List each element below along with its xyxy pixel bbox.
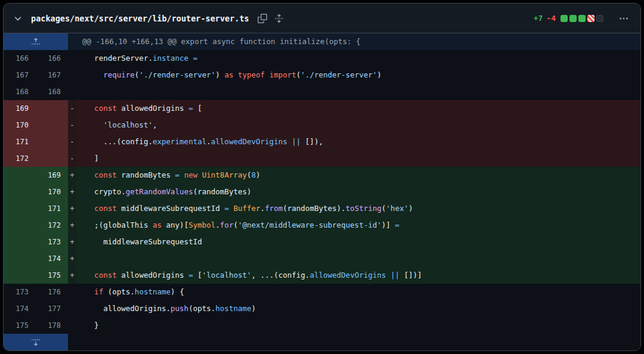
code-token: [386, 271, 391, 280]
diff-row: 174+: [4, 250, 640, 267]
new-line-number[interactable]: [36, 100, 68, 117]
code-token: renderServer.: [76, 54, 153, 63]
code-token: getRandomValues: [126, 187, 193, 196]
code-token: ||: [391, 271, 400, 280]
code-token: [76, 287, 94, 296]
expand-hunk-up-button[interactable]: [4, 33, 68, 50]
code-token: 'localhost': [202, 271, 252, 280]
diff-row: 171- ...(config.experimental.allowedDevO…: [4, 133, 640, 150]
new-line-number[interactable]: 177: [36, 300, 68, 317]
new-line-number[interactable]: 176: [36, 284, 68, 300]
diff-row: 167167 require('./render-server') as typ…: [4, 67, 640, 83]
diffstat-block-added: [578, 15, 586, 22]
new-line-number[interactable]: 170: [36, 184, 68, 200]
new-line-number[interactable]: 174: [36, 250, 68, 267]
file-options-button[interactable]: [615, 10, 632, 27]
code-token: middlewareSubrequestId: [76, 237, 202, 246]
new-line-number[interactable]: [36, 133, 68, 150]
code-token: ]: [76, 154, 99, 163]
code-token: =: [188, 104, 193, 113]
code-token: allowedOrigins: [117, 104, 188, 113]
diff-row: 173176 if (opts.hostname) {: [4, 284, 640, 300]
code-token: [76, 204, 94, 213]
old-line-number[interactable]: [4, 234, 36, 250]
copy-path-button[interactable]: [254, 10, 271, 27]
code-token: (opts.: [188, 304, 215, 313]
code-token: crypto.: [76, 187, 126, 196]
code-token: [])]: [400, 271, 422, 280]
code-line: require('./render-server') as typeof imp…: [76, 67, 640, 83]
old-line-number[interactable]: [4, 184, 36, 200]
code-token: [179, 170, 184, 179]
expand-down-icon: [31, 337, 41, 347]
code-token: ): [215, 70, 224, 79]
code-line: crypto.getRandomValues(randomBytes): [76, 184, 640, 200]
diffstat-block-added: [569, 15, 577, 22]
code-token: as: [153, 221, 162, 229]
new-line-number[interactable]: 167: [36, 67, 68, 83]
old-line-number[interactable]: 173: [4, 284, 36, 300]
file-header-actions: +7 -4: [534, 10, 632, 27]
code-line: renderServer.instance =: [76, 50, 640, 67]
hunk-header-row: @@ -166,10 +166,13 @@ export async funct…: [4, 33, 640, 50]
code-line: 'localhost',: [76, 117, 640, 133]
old-line-number[interactable]: 174: [4, 300, 36, 317]
new-line-number[interactable]: [36, 150, 68, 167]
expand-all-hunks-button[interactable]: [271, 10, 287, 27]
diff-marker: -: [68, 133, 76, 150]
code-line: const randomBytes = new Uint8Array(8): [76, 167, 640, 184]
new-line-number[interactable]: [36, 117, 68, 133]
old-line-number[interactable]: 168: [4, 83, 36, 100]
new-line-number[interactable]: 175: [36, 267, 68, 284]
code-token: from: [265, 204, 283, 213]
old-line-number[interactable]: [4, 250, 36, 267]
new-line-number[interactable]: 171: [36, 200, 68, 217]
old-line-number[interactable]: [4, 217, 36, 234]
old-line-number[interactable]: 169: [4, 100, 36, 117]
diff-file-card: packages/next/src/server/lib/router-serv…: [3, 3, 641, 351]
old-line-number[interactable]: 175: [4, 317, 36, 334]
code-token: experimental: [153, 137, 206, 146]
code-token: toString: [346, 204, 382, 213]
new-line-number[interactable]: 172: [36, 217, 68, 234]
code-token: ) {: [171, 287, 184, 296]
old-line-number[interactable]: 167: [4, 67, 36, 83]
old-line-number[interactable]: 172: [4, 150, 36, 167]
code-token: ...(config.: [76, 137, 153, 146]
code-token: [76, 120, 103, 129]
code-token: for: [220, 221, 234, 229]
old-line-number[interactable]: 171: [4, 133, 36, 150]
code-token: hostname: [135, 287, 171, 296]
code-token: ): [377, 70, 382, 79]
chevron-down-icon: [13, 14, 23, 23]
code-token: Uint8Array: [202, 170, 247, 179]
new-line-number[interactable]: 169: [36, 167, 68, 184]
code-token: ): [252, 304, 256, 313]
code-line: ;(globalThis as any)[Symbol.for('@next/m…: [76, 217, 640, 234]
new-line-number[interactable]: 178: [36, 317, 68, 334]
old-line-number[interactable]: [4, 267, 36, 284]
diff-marker: [68, 50, 76, 67]
old-line-number[interactable]: 166: [4, 50, 36, 67]
code-line: }: [76, 317, 640, 334]
old-line-number[interactable]: 170: [4, 117, 36, 133]
old-line-number[interactable]: [4, 167, 36, 184]
expand-hunk-down-button[interactable]: [4, 334, 68, 350]
new-line-number[interactable]: 166: [36, 50, 68, 67]
collapse-file-button[interactable]: [10, 10, 26, 27]
code-token: Symbol: [188, 221, 215, 229]
code-token: [76, 271, 94, 280]
diff-row: 171+ const middlewareSubrequestId = Buff…: [4, 200, 640, 217]
code-line: const allowedOrigins = [: [76, 100, 640, 117]
code-token: allowedOrigins.: [76, 304, 171, 313]
diff-marker: +: [68, 267, 76, 284]
code-token: )]: [382, 221, 395, 229]
code-line: ]: [76, 150, 640, 167]
old-line-number[interactable]: [4, 200, 36, 217]
code-token: ;(globalThis: [76, 221, 153, 229]
code-token: ,: [153, 120, 157, 129]
new-line-number[interactable]: 173: [36, 234, 68, 250]
code-line: [76, 250, 640, 267]
code-token: (randomBytes): [193, 187, 252, 196]
new-line-number[interactable]: 168: [36, 83, 68, 100]
